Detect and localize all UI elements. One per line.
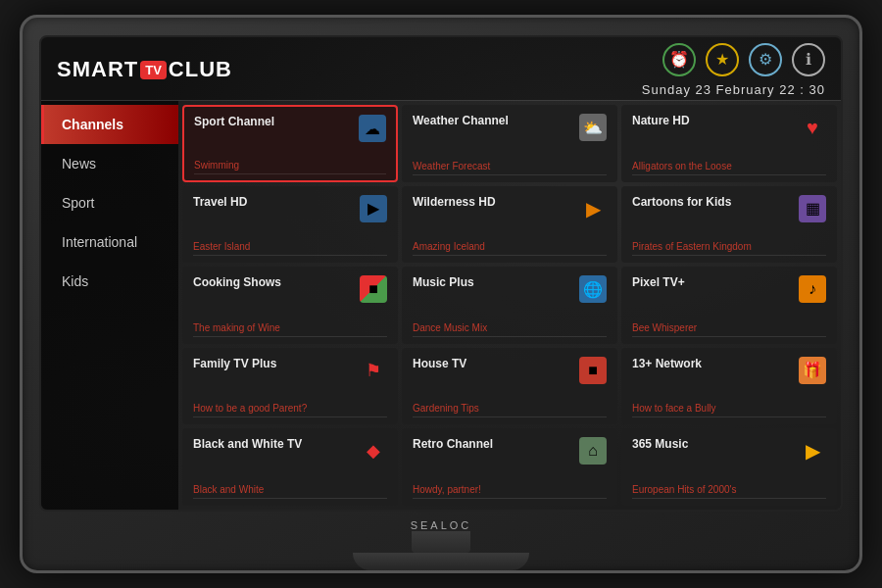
channel-icon-4: ▶ [579,195,607,222]
channel-name-1: Weather Channel [413,114,579,127]
header: SMART TV CLUB ⏰ ★ ⚙ ℹ Sunday 23 February… [41,37,841,100]
logo-smart: SMART [57,57,138,82]
sidebar-item-news[interactable]: News [41,144,178,183]
info-icon-button[interactable]: ℹ [792,43,825,76]
channel-icon-5: ▦ [799,195,826,222]
clock-icon-button[interactable]: ⏰ [662,43,696,76]
channel-icon-3: ▶ [360,195,387,222]
channel-card-13[interactable]: Retro Channel⌂Howdy, partner! [402,428,617,506]
channel-name-4: Wilderness HD [413,195,579,209]
channel-icon-11: 🎁 [799,357,826,384]
main-area: ChannelsNewsSportInternationalKids Sport… [41,101,841,510]
channel-card-7[interactable]: Music Plus🌐Dance Music Mix [402,267,617,344]
channel-subtitle-6: The making of Wine [193,322,387,333]
channel-subtitle-8: Bee Whisperer [632,322,826,333]
channel-subtitle-13: Howdy, partner! [413,484,607,495]
tv-base [353,553,529,570]
channel-divider-10 [413,416,607,417]
channel-divider-0 [194,173,386,174]
gear-icon-button[interactable]: ⚙ [749,43,782,76]
star-icon-button[interactable]: ★ [706,43,739,76]
header-icons: ⏰ ★ ⚙ ℹ [662,43,825,76]
channel-divider-4 [413,255,607,256]
channel-subtitle-10: Gardening Tips [413,403,607,414]
header-right: ⏰ ★ ⚙ ℹ Sunday 23 February 22 : 30 [642,43,825,97]
channel-divider-8 [632,336,826,337]
channel-card-5[interactable]: Cartoons for Kids▦Pirates of Eastern Kin… [621,186,837,264]
logo-tv-badge: TV [140,61,167,79]
channel-card-4[interactable]: Wilderness HD▶Amazing Iceland [402,186,617,264]
sidebar-item-international[interactable]: International [41,222,178,262]
channel-icon-6: ■ [360,275,387,303]
tv-brand: SEALOC [411,519,472,531]
channel-icon-9: ⚑ [360,357,387,384]
channel-name-12: Black and White TV [193,437,360,451]
channel-divider-7 [413,336,607,337]
logo-club: CLUB [169,57,232,82]
channel-name-0: Sport Channel [194,115,359,128]
channel-card-8[interactable]: Pixel TV+♪Bee Whisperer [621,267,837,344]
channel-card-2[interactable]: Nature HD♥Alligators on the Loose [621,105,837,182]
tv-neck [412,531,470,553]
channel-divider-1 [413,174,607,175]
channel-card-6[interactable]: Cooking Shows■The making of Wine [182,267,398,344]
tv-stand [353,531,529,570]
channel-icon-12: ◆ [360,437,387,465]
channel-subtitle-11: How to face a Bully [632,403,826,414]
tv-shell: SMART TV CLUB ⏰ ★ ⚙ ℹ Sunday 23 February… [20,15,862,573]
sidebar-item-sport[interactable]: Sport [41,183,178,222]
channel-divider-5 [632,255,826,256]
channel-icon-10: ■ [579,357,607,384]
tv-screen: SMART TV CLUB ⏰ ★ ⚙ ℹ Sunday 23 February… [39,35,843,512]
channel-subtitle-12: Black and White [193,484,387,495]
channel-name-8: Pixel TV+ [632,275,799,289]
channel-icon-13: ⌂ [579,437,607,465]
channel-card-12[interactable]: Black and White TV◆Black and White [182,428,398,506]
channel-icon-7: 🌐 [579,275,607,303]
channel-divider-2 [632,174,826,175]
channel-card-9[interactable]: Family TV Plus⚑How to be a good Parent? [182,348,398,425]
channel-divider-12 [193,498,387,499]
channel-card-14[interactable]: 365 Music▶European Hits of 2000's [621,428,837,506]
channel-subtitle-0: Swimming [194,160,386,171]
channel-name-14: 365 Music [632,437,799,451]
channel-icon-1: ⛅ [579,114,607,141]
channel-card-11[interactable]: 13+ Network🎁How to face a Bully [621,348,837,425]
channel-card-1[interactable]: Weather Channel⛅Weather Forecast [402,105,617,182]
channel-name-9: Family TV Plus [193,357,360,370]
channel-divider-13 [413,498,607,499]
sidebar-item-kids[interactable]: Kids [41,262,178,301]
channel-subtitle-3: Easter Island [193,241,387,252]
channel-subtitle-4: Amazing Iceland [413,241,607,252]
channel-subtitle-1: Weather Forecast [413,161,607,172]
sidebar-item-channels[interactable]: Channels [41,105,178,144]
channel-card-0[interactable]: Sport Channel☁Swimming [182,105,398,182]
channel-icon-2: ♥ [799,114,826,141]
channel-subtitle-7: Dance Music Mix [413,322,607,333]
channel-icon-8: ♪ [799,275,826,303]
channel-divider-9 [193,416,387,417]
channel-subtitle-2: Alligators on the Loose [632,161,826,172]
channel-card-10[interactable]: House TV■Gardening Tips [402,348,617,425]
channel-icon-0: ☁ [359,115,386,142]
channel-icon-14: ▶ [799,437,826,465]
channel-name-7: Music Plus [413,275,579,289]
channel-card-3[interactable]: Travel HD▶Easter Island [182,186,398,264]
channel-divider-14 [632,498,826,499]
channel-divider-3 [193,255,387,256]
channel-subtitle-14: European Hits of 2000's [632,484,826,495]
screen-content: SMART TV CLUB ⏰ ★ ⚙ ℹ Sunday 23 February… [41,37,841,510]
channel-name-13: Retro Channel [413,437,579,451]
channel-name-5: Cartoons for Kids [632,195,799,209]
sidebar: ChannelsNewsSportInternationalKids [41,101,178,510]
datetime: Sunday 23 February 22 : 30 [642,82,825,97]
channel-name-6: Cooking Shows [193,275,360,289]
channel-divider-6 [193,336,387,337]
channel-grid: Sport Channel☁SwimmingWeather Channel⛅We… [178,101,841,510]
channel-name-3: Travel HD [193,195,360,209]
channel-divider-11 [632,416,826,417]
channel-subtitle-5: Pirates of Eastern Kingdom [632,241,826,252]
channel-subtitle-9: How to be a good Parent? [193,403,387,414]
channel-name-11: 13+ Network [632,357,799,370]
logo: SMART TV CLUB [57,57,232,82]
